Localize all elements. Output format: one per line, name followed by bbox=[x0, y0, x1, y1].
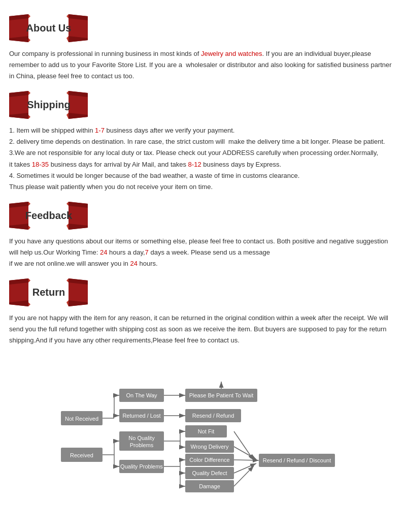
svg-text:About Us: About Us bbox=[26, 22, 72, 34]
svg-marker-14 bbox=[28, 91, 30, 95]
svg-text:Wrong Delivery: Wrong Delivery bbox=[191, 444, 229, 450]
svg-text:On The Way: On The Way bbox=[126, 392, 157, 398]
shipping-body: 1. Item will be shipped within 1-7 busin… bbox=[9, 125, 397, 193]
svg-marker-42 bbox=[66, 300, 69, 306]
svg-marker-25 bbox=[28, 202, 30, 206]
svg-line-96 bbox=[234, 447, 256, 459]
svg-marker-41 bbox=[66, 278, 69, 283]
days-week: 7 bbox=[145, 248, 149, 256]
svg-marker-31 bbox=[66, 224, 69, 230]
svg-text:Not Received: Not Received bbox=[65, 416, 98, 422]
about-us-body: Our company is professional in running b… bbox=[9, 48, 397, 82]
svg-text:Received: Received bbox=[70, 452, 93, 458]
svg-text:Problems: Problems bbox=[130, 442, 154, 448]
svg-marker-15 bbox=[28, 115, 30, 119]
svg-text:Return: Return bbox=[32, 287, 65, 298]
svg-text:Not Fit: Not Fit bbox=[198, 428, 214, 434]
svg-text:Quality Defect: Quality Defect bbox=[192, 470, 227, 476]
svg-text:Color Difference: Color Difference bbox=[189, 457, 229, 463]
svg-marker-26 bbox=[28, 226, 30, 230]
svg-marker-36 bbox=[28, 278, 30, 283]
express-days: 8-12 bbox=[188, 161, 201, 168]
svg-marker-9 bbox=[66, 36, 69, 42]
svg-marker-37 bbox=[28, 302, 30, 306]
hours-day: 24 bbox=[100, 248, 107, 256]
svg-text:Resend / Refund / Discount: Resend / Refund / Discount bbox=[263, 457, 331, 463]
about-highlight: Jewelry and watches bbox=[201, 50, 262, 57]
return-body: If you are not happy with the item for a… bbox=[9, 312, 397, 346]
svg-marker-8 bbox=[66, 14, 69, 18]
svg-marker-20 bbox=[66, 113, 69, 119]
svg-text:Shipping: Shipping bbox=[27, 99, 71, 110]
svg-marker-4 bbox=[28, 38, 30, 42]
svg-text:Damage: Damage bbox=[199, 483, 220, 489]
diagram-svg: Not Received On The Way Returned / Lost … bbox=[56, 366, 350, 498]
svg-text:Returned / Lost: Returned / Lost bbox=[122, 413, 160, 419]
svg-line-98 bbox=[234, 463, 256, 473]
diagram-container: Not Received On The Way Returned / Lost … bbox=[56, 366, 350, 498]
ship-days: 1-7 bbox=[95, 127, 105, 134]
response-hours: 24 bbox=[130, 260, 137, 267]
svg-line-97 bbox=[234, 460, 259, 460]
feedback-header: Feedback bbox=[9, 202, 397, 230]
air-days: 18-35 bbox=[32, 161, 49, 168]
shipping-banner: Shipping bbox=[9, 91, 88, 119]
shipping-header: Shipping bbox=[9, 91, 397, 119]
about-us-header: About Us bbox=[9, 14, 397, 42]
svg-marker-30 bbox=[66, 202, 69, 206]
about-us-banner: About Us bbox=[9, 14, 88, 42]
svg-text:Feedback: Feedback bbox=[25, 210, 73, 221]
svg-text:Resend / Refund: Resend / Refund bbox=[192, 413, 234, 419]
svg-marker-3 bbox=[28, 14, 30, 18]
page-content: About Us Our company is professional in … bbox=[0, 0, 406, 514]
return-header: Return bbox=[9, 278, 397, 306]
feedback-body: If you have any questions about our item… bbox=[9, 236, 397, 269]
svg-text:Quality Problems: Quality Problems bbox=[120, 463, 163, 470]
return-banner: Return bbox=[9, 278, 88, 306]
svg-text:No Quality: No Quality bbox=[128, 435, 155, 441]
svg-text:Please Be Patient To Wait: Please Be Patient To Wait bbox=[189, 392, 254, 398]
svg-marker-19 bbox=[66, 91, 69, 95]
feedback-banner: Feedback bbox=[9, 202, 88, 230]
